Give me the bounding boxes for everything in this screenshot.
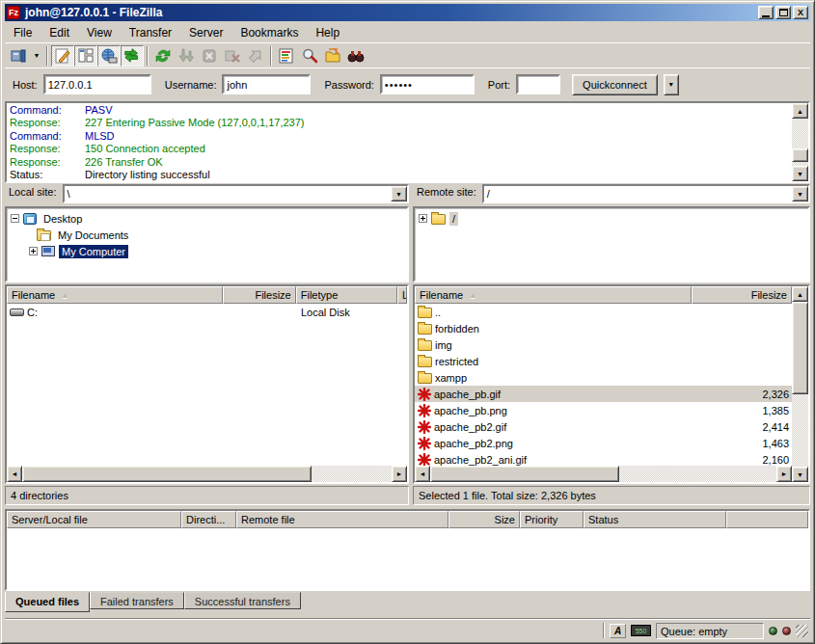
tab-failed-transfers[interactable]: Failed transfers [90,592,184,609]
column-filesize[interactable]: Filesize [692,286,792,304]
column-status[interactable]: Status [584,511,726,528]
tab-queued-files[interactable]: Queued files [5,592,90,612]
remote-vertical-scrollbar[interactable]: ▲ ▼ [792,286,808,482]
close-icon: X [798,8,803,17]
remote-file-row[interactable]: xampp [415,369,792,386]
scroll-left-icon[interactable]: ◄ [7,466,22,482]
scroll-down-icon[interactable]: ▼ [792,166,808,181]
toggle-remote-tree-button[interactable] [97,45,121,67]
tree-item-root[interactable]: / [416,210,807,227]
password-input[interactable] [380,74,475,94]
remote-file-row[interactable]: forbidden [415,320,792,336]
expand-icon[interactable] [29,247,38,255]
tree-item-my-documents[interactable]: My Documents [8,227,406,243]
column-filesize[interactable]: Filesize [223,286,295,304]
folder-icon [418,340,432,351]
local-site-value[interactable]: \ [65,186,391,201]
scroll-right-icon[interactable]: ► [392,466,407,482]
toggle-message-log-button[interactable] [51,45,74,67]
remote-file-row[interactable]: .. [415,304,792,320]
image-file-icon [418,437,431,450]
expand-icon[interactable] [419,214,427,223]
cancel-button[interactable] [198,45,221,67]
remote-horizontal-scrollbar[interactable]: ◄ ► [415,466,792,482]
remote-file-row-selected[interactable]: apache_pb.gif 2,326 [415,386,792,402]
tab-successful-transfers[interactable]: Successful transfers [184,592,301,609]
scroll-left-icon[interactable]: ◄ [415,466,430,482]
file-panes: Local site: \ ▼ Desktop My Documents [5,184,810,506]
window-controls: X [758,6,808,19]
menu-help[interactable]: Help [307,24,348,41]
tree-item-desktop[interactable]: Desktop [8,210,406,227]
log-vertical-scrollbar[interactable]: ▲ ▼ [792,103,808,181]
host-input[interactable] [43,74,151,94]
scroll-up-icon[interactable]: ▲ [792,286,808,302]
scroll-up-icon[interactable]: ▲ [792,103,808,119]
folder-icon [418,357,432,367]
remote-file-row[interactable]: apache_pb2_ani.gif 2,160 [415,451,792,466]
quickconnect-dropdown[interactable]: ▼ [664,74,679,95]
maximize-button[interactable] [775,6,791,19]
port-input[interactable] [516,74,560,94]
menu-file[interactable]: File [5,24,41,41]
log-line: Response:227 Entering Passive Mode (127,… [10,117,789,129]
toggle-local-tree-button[interactable] [74,45,97,67]
column-filename[interactable]: Filename▲ [415,286,692,304]
remote-file-row[interactable]: restricted [415,353,792,369]
column-last-modified[interactable]: L [397,286,407,304]
site-manager-button[interactable] [7,45,30,67]
local-list-body: C: Local Disk [7,304,407,466]
toggle-transfer-queue-button[interactable] [121,45,144,67]
filter-button[interactable] [275,45,298,67]
collapse-icon[interactable] [11,214,19,223]
column-remote-file[interactable]: Remote file [236,511,448,528]
local-hscroll-thumb[interactable] [22,466,312,482]
menu-server[interactable]: Server [180,24,231,41]
remote-file-row[interactable]: img [415,336,792,353]
local-horizontal-scrollbar[interactable]: ◄ ► [7,466,407,482]
remote-site-dropdown[interactable]: ▼ [792,186,808,201]
image-file-icon [418,453,431,467]
menu-edit[interactable]: Edit [41,24,78,41]
remote-site-value[interactable]: / [484,186,792,201]
synchronized-browsing-button[interactable] [344,45,367,67]
local-file-row[interactable]: C: Local Disk [7,304,407,320]
remote-file-row[interactable]: apache_pb2.gif 2,414 [415,418,792,435]
local-site-combo[interactable]: \ ▼ [63,184,409,203]
speed-limit-indicator[interactable]: 550 [631,625,651,636]
column-server-local-file[interactable]: Server/Local file [7,511,181,528]
file-search-button[interactable] [298,45,321,67]
menu-bookmarks[interactable]: Bookmarks [231,24,307,41]
title-bar[interactable]: Fz john@127.0.0.1 - FileZilla X [5,4,810,21]
username-input[interactable] [222,74,311,94]
disconnect-button[interactable] [221,45,244,67]
quickconnect-button[interactable]: Quickconnect [572,74,658,95]
scroll-right-icon[interactable]: ► [776,466,792,482]
log-scroll-thumb[interactable] [792,148,808,162]
remote-hscroll-thumb[interactable] [430,466,619,482]
process-queue-button[interactable] [175,45,198,67]
column-filetype[interactable]: Filetype [296,286,397,304]
column-size[interactable]: Size [448,511,520,528]
remote-scroll-thumb[interactable] [792,302,808,394]
directory-comparison-button[interactable] [321,45,344,67]
local-site-dropdown[interactable]: ▼ [391,186,407,201]
resize-grip[interactable] [796,625,808,637]
column-priority[interactable]: Priority [520,511,584,528]
scroll-down-icon[interactable]: ▼ [792,467,808,482]
site-manager-dropdown[interactable]: ▼ [30,45,43,67]
menu-view[interactable]: View [78,24,121,41]
tree-item-my-computer[interactable]: My Computer [8,243,406,259]
remote-file-row[interactable]: apache_pb2.png 1,463 [415,435,792,451]
minimize-button[interactable] [758,6,774,19]
data-type-indicator[interactable]: A [610,624,626,638]
refresh-button[interactable] [151,45,175,67]
remote-site-combo[interactable]: / ▼ [482,184,810,203]
remote-file-row[interactable]: apache_pb.png 1,385 [415,402,792,418]
column-direction[interactable]: Directi... [181,511,236,528]
close-button[interactable]: X [793,6,808,19]
menu-transfer[interactable]: Transfer [121,24,180,41]
drive-icon [10,309,24,316]
column-filename[interactable]: Filename▲ [7,286,223,304]
reconnect-button[interactable] [244,45,267,67]
